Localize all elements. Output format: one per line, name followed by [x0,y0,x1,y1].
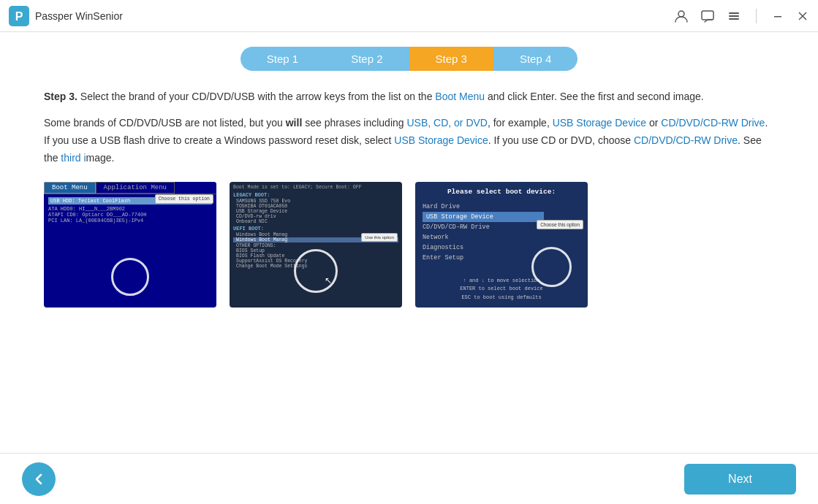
app-title: Passper WinSenior [35,10,674,22]
svg-rect-7 [774,16,781,18]
boot3-choose: Choose this option [537,220,583,229]
step-3-button[interactable]: Step 3 [409,47,493,71]
step-4-button[interactable]: Step 4 [493,47,577,71]
boot-image-1: Boot Menu Application Menu USB HDD: Tecl… [44,182,216,308]
boot-image-3: Please select boot device: Hard Drive US… [415,182,588,308]
back-button[interactable] [22,462,56,496]
boot3-item-1: Hard Drive [423,202,580,212]
svg-point-2 [678,11,684,17]
menu-icon[interactable] [727,9,741,23]
next-button[interactable]: Next [684,464,796,495]
instruction-1: Step 3. Select the brand of your CD/DVD/… [44,88,774,104]
boot-image-2: Boot Mode is set to: LEGACY; Secure Boot… [230,182,402,308]
svg-text:P: P [15,10,23,23]
step-label: Step 3. [44,91,77,102]
title-bar-controls [674,9,809,23]
svg-rect-4 [729,12,739,14]
boot3-footer-3: ESC to boot using defaults [415,294,588,302]
main-content: Step 1 Step 2 Step 3 Step 4 Step 3. Sele… [0,32,818,453]
svg-rect-5 [729,15,739,17]
step-2-button[interactable]: Step 2 [325,47,409,71]
images-row: Boot Menu Application Menu USB HDD: Tecl… [44,182,774,308]
instruction-2: Some brands of CD/DVD/USB are not listed… [44,115,774,167]
boot3-footer-1: ↑ and ↓ to move selection [415,277,588,285]
boot3-item-4: Network [423,232,580,243]
boot3-item-2: USB Storage Device [423,212,544,222]
close-button[interactable] [796,9,809,23]
instruction-text-1: Select the brand of your CD/DVD/USB with… [80,91,704,102]
user-icon[interactable] [674,9,689,23]
minimize-button[interactable] [771,9,784,23]
chat-icon[interactable] [700,9,715,23]
svg-rect-6 [729,18,739,20]
boot3-item-6: Enter Setup [423,253,580,263]
boot3-item-5: Diagnostics [423,243,580,253]
footer: Next [0,453,818,504]
svg-rect-3 [702,11,713,20]
boot3-title: Please select boot device: [423,188,580,196]
title-bar: P Passper WinSenior [0,0,818,32]
title-bar-separator [756,9,757,23]
steps-bar: Step 1 Step 2 Step 3 Step 4 [44,47,774,71]
app-logo: P [9,6,29,26]
boot3-footer-2: ENTER to select boot device [415,285,588,293]
step-1-button[interactable]: Step 1 [241,47,325,71]
